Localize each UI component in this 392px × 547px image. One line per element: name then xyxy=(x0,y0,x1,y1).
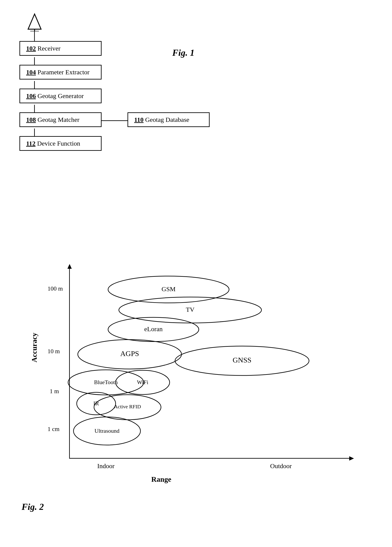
svg-text:GNSS: GNSS xyxy=(233,356,252,364)
box-108: 108 Geotag Matcher xyxy=(20,112,102,127)
x-axis-arrow xyxy=(349,456,354,461)
box-102: 102 Receiver xyxy=(20,41,102,56)
fig1-label: Fig. 1 xyxy=(172,48,194,58)
y-axis-label: Accuracy xyxy=(30,333,38,362)
fig2-diagram: Accuracy Range 100 m 10 m 1 m 1 cm Indoo… xyxy=(9,259,376,519)
x-tick-outdoor: Outdoor xyxy=(270,462,292,470)
connector-108-112 xyxy=(34,129,35,136)
box-112: 112 Device Function xyxy=(20,136,102,151)
connector-102-104 xyxy=(34,57,35,65)
x-tick-indoor: Indoor xyxy=(97,462,115,470)
box-106: 106 Geotag Generator xyxy=(20,89,102,103)
antenna-icon xyxy=(26,13,43,31)
svg-text:TV: TV xyxy=(186,306,194,313)
box-110: 110 Geotag Database xyxy=(128,112,210,127)
svg-text:eLoran: eLoran xyxy=(144,325,163,333)
svg-text:Ultrasound: Ultrasound xyxy=(94,428,119,434)
connector-104-106 xyxy=(34,81,35,89)
technology-ellipses: GSM TV eLoran AGPS GNSS BlueTooth WiFi I… xyxy=(43,268,346,462)
x-axis-label: Range xyxy=(151,475,171,484)
svg-text:Active RFID: Active RFID xyxy=(114,404,141,409)
svg-text:GSM: GSM xyxy=(161,285,175,293)
svg-text:AGPS: AGPS xyxy=(120,349,139,357)
connector-106-108 xyxy=(34,105,35,113)
connector-antenna-receiver xyxy=(34,31,35,41)
fig2-label: Fig. 2 xyxy=(22,502,44,512)
svg-text:WiFi: WiFi xyxy=(137,379,148,385)
connector-108-110-h xyxy=(102,120,128,121)
svg-text:BlueTooth: BlueTooth xyxy=(94,379,117,385)
box-104: 104 Parameter Extractor xyxy=(20,65,102,80)
svg-marker-0 xyxy=(28,14,41,29)
chart-area: Accuracy Range 100 m 10 m 1 m 1 cm Indoo… xyxy=(43,268,346,480)
